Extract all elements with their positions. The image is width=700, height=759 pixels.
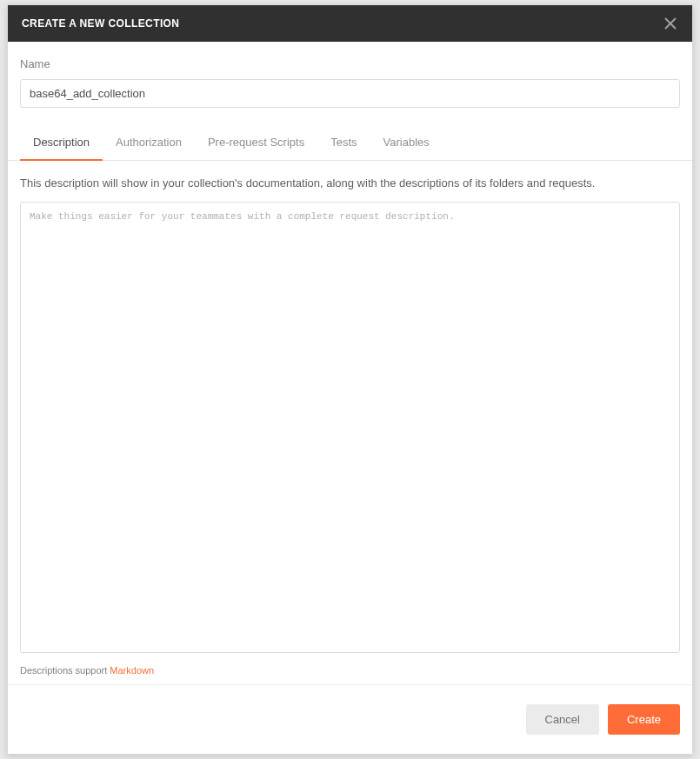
name-label: Name (20, 57, 680, 70)
tab-prerequest-scripts[interactable]: Pre-request Scripts (195, 127, 317, 161)
tabs-bar: Description Authorization Pre-request Sc… (8, 127, 692, 161)
name-section: Name (8, 42, 692, 118)
tab-description[interactable]: Description (20, 127, 103, 161)
tab-tests[interactable]: Tests (317, 127, 370, 161)
create-collection-modal: CREATE A NEW COLLECTION Name Description… (7, 4, 693, 755)
modal-body: Name Description Authorization Pre-reque… (8, 42, 692, 684)
modal-title: CREATE A NEW COLLECTION (22, 17, 179, 30)
modal-header: CREATE A NEW COLLECTION (8, 5, 692, 42)
cancel-button[interactable]: Cancel (526, 704, 599, 735)
tab-authorization[interactable]: Authorization (103, 127, 195, 161)
modal-footer: Cancel Create (8, 684, 692, 754)
collection-name-input[interactable] (20, 79, 680, 108)
close-icon[interactable] (663, 16, 678, 31)
create-button[interactable]: Create (608, 704, 680, 735)
description-info-text: This description will show in your colle… (20, 176, 680, 190)
markdown-link[interactable]: Markdown (110, 665, 154, 676)
description-panel: This description will show in your colle… (8, 161, 692, 684)
description-textarea[interactable] (20, 202, 680, 653)
markdown-note: Descriptions support Markdown (20, 665, 680, 676)
markdown-note-prefix: Descriptions support (20, 665, 110, 676)
tab-variables[interactable]: Variables (370, 127, 443, 161)
